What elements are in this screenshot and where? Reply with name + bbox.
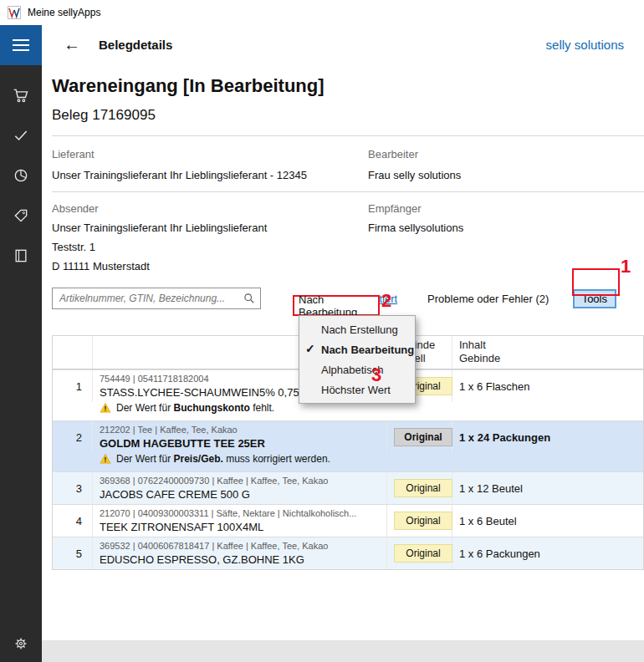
content-cell: 1 x 6 Beutel	[452, 505, 643, 537]
content-cell: 1 x 12 Beutel	[452, 472, 643, 504]
tools-button[interactable]: Tools	[573, 289, 616, 308]
titlebar: Meine sellyApps	[0, 0, 644, 25]
status-badge: Original	[394, 428, 452, 446]
absender-line3: D 11111 Musterstadt	[52, 260, 368, 272]
table-row-selected[interactable]: 2 212202 | Tee | Kaffee, Tee, Kakao GOLD…	[53, 420, 643, 471]
lieferant-label: Lieferant	[52, 148, 368, 160]
search-input[interactable]	[58, 292, 243, 305]
content-cell: 1 x 24 Packungen	[452, 421, 643, 453]
menu-item-nach-bearbeitung[interactable]: ✓ Nach Bearbeitung	[299, 339, 415, 359]
window-title: Meine sellyApps	[28, 7, 100, 18]
pie-chart-icon[interactable]	[13, 167, 29, 184]
row-number: 5	[53, 537, 93, 569]
settings-icon[interactable]	[13, 635, 29, 652]
row-number: 3	[53, 472, 93, 504]
page-title: Belegdetails	[99, 38, 172, 52]
warning-message: Der Wert für Preis/Geb. muss korrigiert …	[53, 453, 643, 471]
bearbeiter-label: Bearbeiter	[368, 148, 644, 160]
search-icon[interactable]	[243, 293, 255, 304]
status-badge: Original	[394, 544, 452, 563]
document-number: Beleg 17169095	[52, 107, 644, 124]
row-number: 4	[53, 505, 93, 537]
app-window: Meine sellyApps	[0, 0, 644, 662]
content-cell: 1 x 6 Flaschen	[452, 370, 643, 402]
header-number-col	[53, 336, 93, 369]
back-arrow-icon[interactable]: ←	[64, 36, 80, 53]
checkmark-icon: ✓	[305, 342, 315, 355]
article-name: JACOBS CAFE CREME 500 G	[100, 488, 380, 501]
annotation-number-1: 1	[621, 256, 631, 278]
menu-icon[interactable]	[0, 25, 42, 65]
absender-line1: Unser Trainingslieferant Ihr Lieblingsli…	[52, 222, 368, 234]
menu-item-nach-erstellung[interactable]: Nach Erstellung	[299, 319, 415, 339]
article-meta: 369532 | 04006067818417 | Kaffee | Kaffe…	[100, 541, 380, 551]
article-name: GOLDM HAGEBUTTE TEE 25ER	[100, 437, 380, 450]
warning-message: Der Wert für Buchungskonto fehlt.	[53, 402, 643, 420]
tag-icon[interactable]	[13, 207, 29, 224]
status-badge: Original	[394, 512, 452, 530]
app-logo-icon	[8, 6, 21, 19]
lieferant-value: Unser Trainingslieferant Ihr Lieblingsli…	[52, 169, 368, 181]
absender-line2: Teststr. 1	[52, 241, 368, 253]
warning-icon	[100, 453, 111, 465]
status-badge: Original	[394, 479, 452, 497]
absender-label: Absender	[52, 202, 368, 215]
table-row[interactable]: 5 369532 | 04006067818417 | Kaffee | Kaf…	[53, 537, 643, 569]
cart-icon[interactable]	[13, 87, 29, 104]
empfaenger-label: Empfänger	[368, 202, 644, 215]
status-bar	[42, 640, 644, 662]
problems-filter[interactable]: Probleme oder Fehler (2)	[427, 293, 549, 305]
menu-item-hoechster-wert[interactable]: Höchster Wert	[299, 379, 415, 400]
annotation-number-3: 3	[371, 364, 381, 386]
sidebar	[0, 25, 42, 662]
warning-icon	[100, 402, 111, 414]
table-row[interactable]: 4 212070 | 04009300003311 | Säfte, Nekta…	[53, 504, 643, 537]
content-cell: 1 x 6 Packungen	[452, 537, 643, 569]
appbar: ← Belegdetails selly solutions	[42, 25, 644, 64]
article-name: EDUSCHO ESPRESSO, GZ.BOHNE 1KG	[100, 553, 380, 566]
bearbeiter-value: Frau selly solutions	[368, 169, 644, 181]
empfaenger-value: Firma sellysolutions	[368, 222, 644, 234]
article-meta: 212202 | Tee | Kaffee, Tee, Kakao	[100, 425, 380, 435]
checkmark-icon[interactable]	[13, 127, 29, 144]
sort-dropdown-menu: Nach Erstellung ✓ Nach Bearbeitung Alpha…	[299, 315, 416, 404]
brand-label: selly solutions	[546, 38, 624, 52]
header-content-col: Inhalt Gebinde	[452, 336, 643, 369]
search-box[interactable]	[52, 288, 261, 309]
book-icon[interactable]	[13, 247, 29, 264]
row-number: 2	[53, 421, 93, 453]
menu-item-alphabetisch[interactable]: Alphabetisch	[299, 359, 415, 379]
article-name: TEEK ZITRONENSAFT 100X4ML	[100, 521, 380, 533]
article-meta: 212070 | 04009300003311 | Säfte, Nektare…	[100, 508, 380, 518]
row-number: 1	[53, 370, 93, 402]
current-sort-value[interactable]: Nach Bearbeitung	[293, 295, 380, 316]
table-row[interactable]: 3 369368 | 07622400009730 | Kaffee | Kaf…	[53, 471, 643, 504]
article-meta: 369368 | 07622400009730 | Kaffee | Kaffe…	[100, 476, 380, 486]
annotation-number-2: 2	[381, 290, 391, 312]
document-title: Wareneingang [In Bearbeitung]	[52, 75, 644, 97]
